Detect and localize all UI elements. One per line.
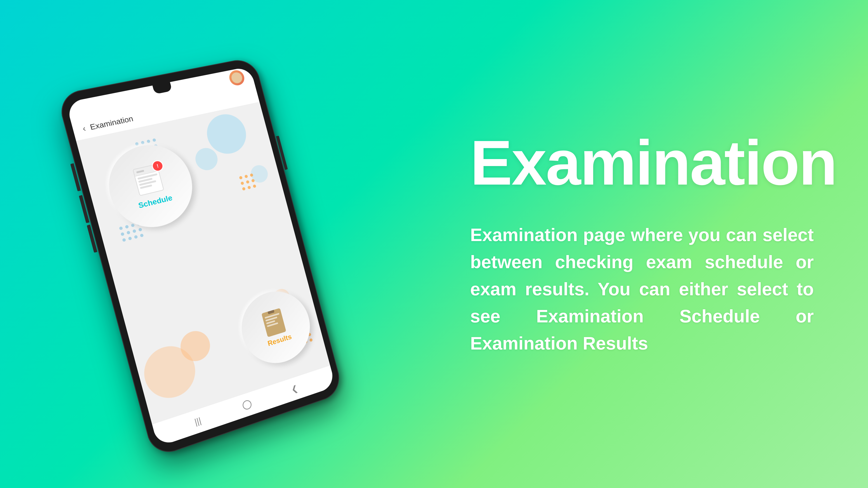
phone-screen: ‹ Examination xyxy=(66,66,336,447)
dot xyxy=(128,236,132,240)
dot xyxy=(122,238,126,242)
avatar-face xyxy=(230,71,243,84)
main-title: Examination xyxy=(470,131,814,194)
dot xyxy=(247,186,251,189)
dot xyxy=(244,175,248,178)
schedule-icon xyxy=(132,163,167,198)
dot xyxy=(242,187,246,191)
dot xyxy=(309,338,313,342)
dot xyxy=(121,232,125,236)
app-content: Schedule xyxy=(76,102,330,424)
schedule-card[interactable]: Schedule xyxy=(100,137,202,236)
dot xyxy=(138,228,143,232)
dot xyxy=(239,176,243,180)
results-icon xyxy=(261,307,288,337)
results-icon-body xyxy=(261,308,286,337)
dot xyxy=(126,231,130,234)
dot xyxy=(132,229,136,233)
dot xyxy=(119,226,123,230)
phone-mockup: ‹ Examination xyxy=(56,57,344,458)
results-card[interactable]: Results xyxy=(234,283,318,372)
navbar-back-icon[interactable]: ❮ xyxy=(290,383,299,394)
right-section: Examination Examination page where you c… xyxy=(434,0,868,488)
schedule-icon-header-line xyxy=(136,170,144,173)
dot xyxy=(134,235,138,239)
navbar-menu-icon[interactable]: ||| xyxy=(193,416,202,427)
dot xyxy=(253,184,256,188)
dot xyxy=(147,139,150,143)
back-button[interactable]: ‹ xyxy=(81,124,87,134)
dot xyxy=(246,180,250,184)
dot xyxy=(135,142,139,146)
dot xyxy=(141,141,145,144)
phone-outer: ‹ Examination xyxy=(56,57,344,458)
app-header-title: Examination xyxy=(89,114,134,132)
dot xyxy=(152,138,156,142)
dot xyxy=(125,225,129,229)
description-text: Examination page where you can select be… xyxy=(470,221,814,357)
dot xyxy=(241,182,244,185)
avatar xyxy=(228,69,246,87)
navbar-home-icon[interactable] xyxy=(242,399,252,411)
dot xyxy=(131,223,135,227)
left-section: ‹ Examination xyxy=(0,0,434,488)
phone-notch xyxy=(152,82,172,94)
dot xyxy=(140,233,144,237)
